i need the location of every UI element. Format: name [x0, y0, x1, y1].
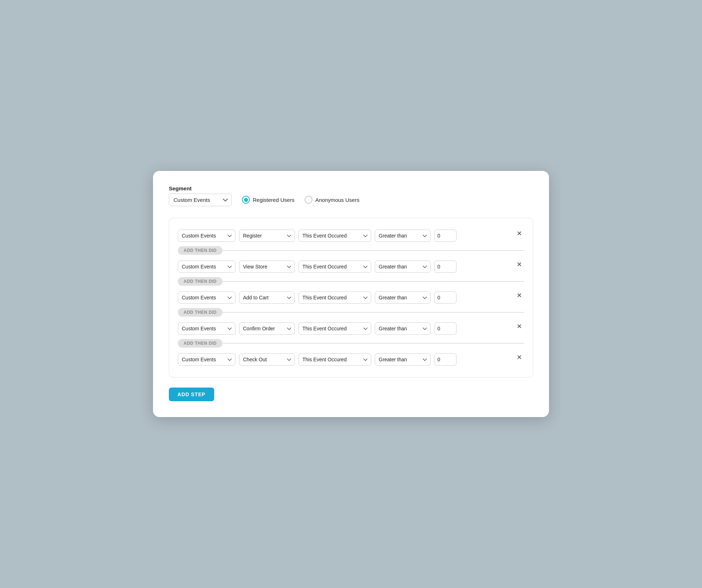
step-3-event-name-select[interactable]: Register View Store Add to Cart Confirm … [239, 322, 295, 335]
step-1-value-input[interactable] [434, 261, 456, 273]
radio-group: Registered Users Anonymous Users [242, 196, 359, 204]
step-0-value-input[interactable] [434, 230, 456, 242]
add-then-did-button-3[interactable]: ADD THEN DID [178, 339, 222, 348]
segment-label: Segment [169, 185, 232, 191]
step-block-0: Custom Events User Properties Page View … [178, 225, 524, 255]
step-1-event-type-select[interactable]: Custom Events User Properties Page View [178, 261, 235, 273]
step-1-close-button[interactable]: ✕ [514, 261, 524, 268]
step-1-occurrence-select[interactable]: This Event Occured This Event Did Not Oc… [298, 261, 371, 273]
segment-select-wrap: Segment Custom Events User Properties Be… [169, 185, 232, 206]
step-2-event-type-select[interactable]: Custom Events User Properties Page View [178, 291, 235, 304]
step-block-4: Custom Events User Properties Page View … [178, 348, 524, 368]
radio-anonymous-circle [305, 196, 312, 204]
step-3-event-type-select[interactable]: Custom Events User Properties Page View [178, 322, 235, 335]
step-0-event-type-select[interactable]: Custom Events User Properties Page View [178, 230, 235, 242]
step-row-4: Custom Events User Properties Page View … [178, 348, 524, 368]
divider-line-2 [222, 312, 524, 313]
step-4-event-name-select[interactable]: Register View Store Add to Cart Confirm … [239, 353, 295, 366]
step-block-2: Custom Events User Properties Page View … [178, 286, 524, 317]
step-0-close-button[interactable]: ✕ [514, 230, 524, 238]
step-block-3: Custom Events User Properties Page View … [178, 317, 524, 348]
divider-line-0 [222, 250, 524, 251]
step-row-3: Custom Events User Properties Page View … [178, 317, 524, 338]
add-then-did-button-0[interactable]: ADD THEN DID [178, 246, 222, 255]
divider-line-3 [222, 343, 524, 344]
step-3-close-button[interactable]: ✕ [514, 322, 524, 330]
radio-registered-label: Registered Users [253, 197, 294, 203]
step-1-comparison-select[interactable]: Greater than Less than Equal to Not equa… [375, 261, 431, 273]
radio-anonymous[interactable]: Anonymous Users [305, 196, 360, 204]
step-2-comparison-select[interactable]: Greater than Less than Equal to Not equa… [375, 291, 431, 304]
step-3-occurrence-select[interactable]: This Event Occured This Event Did Not Oc… [298, 322, 371, 335]
step-4-occurrence-select[interactable]: This Event Occured This Event Did Not Oc… [298, 353, 371, 366]
step-2-value-input[interactable] [434, 291, 456, 304]
add-then-did-button-1[interactable]: ADD THEN DID [178, 277, 222, 286]
step-3-value-input[interactable] [434, 322, 456, 335]
add-then-did-divider-2: ADD THEN DID [178, 308, 524, 317]
step-row-1: Custom Events User Properties Page View … [178, 255, 524, 276]
step-2-occurrence-select[interactable]: This Event Occured This Event Did Not Oc… [298, 291, 371, 304]
add-then-did-divider-0: ADD THEN DID [178, 246, 524, 255]
radio-anonymous-label: Anonymous Users [315, 197, 360, 203]
step-0-comparison-select[interactable]: Greater than Less than Equal to Not equa… [375, 230, 431, 242]
step-1-event-name-select[interactable]: Register View Store Add to Cart Confirm … [239, 261, 295, 273]
steps-container: Custom Events User Properties Page View … [169, 218, 533, 377]
add-step-button[interactable]: ADD STEP [169, 388, 214, 401]
divider-line-1 [222, 281, 524, 282]
step-0-occurrence-select[interactable]: This Event Occured This Event Did Not Oc… [298, 230, 371, 242]
step-row-2: Custom Events User Properties Page View … [178, 286, 524, 307]
step-0-event-name-select[interactable]: Register View Store Add to Cart Confirm … [239, 230, 295, 242]
step-4-comparison-select[interactable]: Greater than Less than Equal to Not equa… [375, 353, 431, 366]
modal-container: Segment Custom Events User Properties Be… [153, 171, 549, 417]
step-2-close-button[interactable]: ✕ [514, 291, 524, 299]
step-4-event-type-select[interactable]: Custom Events User Properties Page View [178, 353, 235, 366]
step-3-comparison-select[interactable]: Greater than Less than Equal to Not equa… [375, 322, 431, 335]
add-then-did-divider-1: ADD THEN DID [178, 277, 524, 286]
step-block-1: Custom Events User Properties Page View … [178, 255, 524, 286]
segment-section: Segment Custom Events User Properties Be… [169, 185, 533, 206]
radio-registered-circle [242, 196, 250, 204]
step-2-event-name-select[interactable]: Register View Store Add to Cart Confirm … [239, 291, 295, 304]
segment-select[interactable]: Custom Events User Properties Behavioral [169, 194, 232, 206]
step-row-0: Custom Events User Properties Page View … [178, 225, 524, 245]
add-then-did-divider-3: ADD THEN DID [178, 339, 524, 348]
radio-registered[interactable]: Registered Users [242, 196, 294, 204]
add-then-did-button-2[interactable]: ADD THEN DID [178, 308, 222, 317]
step-4-value-input[interactable] [434, 353, 456, 366]
step-4-close-button[interactable]: ✕ [514, 353, 524, 361]
